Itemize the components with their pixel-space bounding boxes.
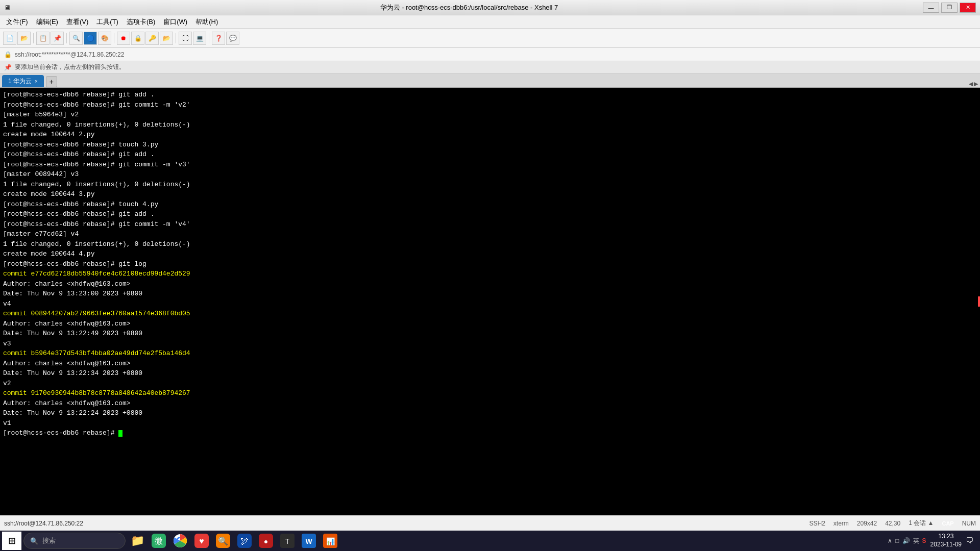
terminal-line: v2 (3, 379, 977, 389)
help-button[interactable]: ❓ (212, 32, 225, 45)
terminal-line: Date: Thu Nov 9 13:22:34 2023 +0800 (3, 368, 977, 379)
terminal-line: 1 file changed, 0 insertions(+), 0 delet… (3, 180, 977, 190)
terminal-line: v1 (3, 418, 977, 429)
terminal-line: [master 0089442] v3 (3, 169, 977, 180)
tray-window-icon[interactable]: □ (895, 537, 899, 544)
terminal[interactable]: [root@hcss-ecs-dbb6 rebase]# git add .[r… (0, 88, 980, 515)
scroll-left-icon[interactable]: ◀ (969, 81, 973, 87)
taskbar-app-file-explorer[interactable]: 📁 (128, 531, 147, 550)
new-button[interactable]: 📄 (3, 32, 16, 45)
terminal-line: [root@hcss-ecs-dbb6 rebase]# touch 3.py (3, 140, 977, 150)
taskbar-app-search[interactable]: 🔍 (213, 531, 233, 550)
tab-bar: 1 华为云 × + ◀ ▶ (0, 73, 980, 88)
taskbar-app-word[interactable]: W (299, 531, 318, 550)
terminal-line: 1 file changed, 0 insertions(+), 0 delet… (3, 239, 977, 249)
status-ssh: ssh://root@124.71.86.250:22 (4, 520, 83, 527)
menu-item-E[interactable]: 编辑(E) (32, 16, 62, 28)
terminal-line: [root@hcss-ecs-dbb6 rebase]# git add . (3, 209, 977, 219)
key-button[interactable]: 🔑 (145, 32, 159, 45)
session-message: 要添加当前会话，点击左侧的箭头按钮。 (15, 63, 125, 71)
status-dimensions: 209x42 (857, 520, 877, 527)
note-icon: 📌 (4, 64, 12, 71)
window-title: 华为云 - root@hcss-ecs-dbb6:/usr/local/src/… (15, 3, 923, 12)
terminal-btn2[interactable]: 💻 (193, 32, 206, 45)
terminal-line: [root@hcss-ecs-dbb6 rebase]# git commit … (3, 160, 977, 170)
taskbar-app-red2[interactable]: ● (256, 531, 276, 550)
taskbar-app-terminal[interactable]: T (278, 531, 297, 550)
menu-item-T[interactable]: 工具(T) (92, 16, 122, 28)
start-button[interactable]: ⊞ (2, 532, 21, 550)
status-sessions: 1 会话 ▲ (909, 519, 934, 528)
taskbar-app-chrome[interactable] (170, 531, 190, 550)
session-button[interactable]: 🔵 (84, 32, 97, 45)
toolbar: 📄 📂 📋 📌 🔍 🔵 🎨 ⏺ 🔒 🔑 📂 ⛶ 💻 ❓ 💬 (0, 29, 980, 48)
status-left: ssh://root@124.71.86.250:22 (4, 520, 83, 527)
tray-clock[interactable]: 13:23 2023-11-09 (930, 533, 962, 548)
terminal-line: Date: Thu Nov 9 13:22:24 2023 +0800 (3, 408, 977, 418)
color-button[interactable]: 🎨 (98, 32, 111, 45)
app-icon: 🖥 (4, 4, 11, 12)
terminal-line: v3 (3, 339, 977, 349)
terminal-line: commit e77cd62718db55940fce4c62108ecd99d… (3, 269, 977, 279)
terminal-line: [root@hcss-ecs-dbb6 rebase]# git add . (3, 149, 977, 160)
tab-huawei[interactable]: 1 华为云 × (2, 75, 44, 87)
tray-volume-icon[interactable]: 🔊 (902, 537, 910, 544)
taskbar-app-bird[interactable]: 🕊 (235, 531, 254, 550)
taskbar: ⊞ 🔍 搜索 📁 微 ♥ 🔍 🕊 ● T W 📊 ∧ □ 🔊 英 S (0, 531, 980, 551)
folder-btn[interactable]: 📂 (160, 32, 173, 45)
minimize-button[interactable]: — (923, 3, 939, 13)
menu-item-H[interactable]: 帮助(H) (191, 16, 222, 28)
tray-security: S (922, 537, 926, 544)
record-button[interactable]: ⏺ (117, 32, 130, 45)
paste-button[interactable]: 📌 (51, 32, 64, 45)
tray-caret-up[interactable]: ∧ (888, 537, 892, 544)
toolbar-separator-3 (114, 33, 114, 43)
scroll-right-icon[interactable]: ▶ (974, 81, 978, 87)
menu-item-B[interactable]: 选项卡(B) (122, 16, 159, 28)
taskbar-app-chart[interactable]: 📊 (321, 531, 340, 550)
tab-label: 1 华为云 (8, 77, 32, 86)
tray-network-en: 英 (913, 537, 919, 545)
toolbar-separator-2 (66, 33, 67, 43)
chat-button[interactable]: 💬 (226, 32, 239, 45)
svg-text:🕊: 🕊 (240, 537, 249, 545)
menu-item-W[interactable]: 窗口(W) (159, 16, 191, 28)
open-button[interactable]: 📂 (17, 32, 31, 45)
notification-icon[interactable]: 🗨 (966, 536, 974, 545)
terminal-line: Date: Thu Nov 9 13:22:49 2023 +0800 (3, 329, 977, 339)
status-right: SSH2 xterm 209x42 42,30 1 会话 ▲ CAP NUM (809, 519, 976, 528)
svg-text:W: W (305, 537, 312, 545)
tab-close-icon[interactable]: × (35, 79, 38, 84)
lock-button[interactable]: 🔒 (131, 32, 144, 45)
svg-text:🔍: 🔍 (218, 536, 228, 546)
search-placeholder: 搜索 (42, 536, 56, 545)
terminal-line: create mode 100644 2.py (3, 130, 977, 140)
title-bar: 🖥 华为云 - root@hcss-ecs-dbb6:/usr/local/sr… (0, 0, 980, 15)
session-info-bar: 📌 要添加当前会话，点击左侧的箭头按钮。 (0, 61, 980, 73)
terminal-line: [master b5964e3] v2 (3, 110, 977, 120)
tray-time-value: 13:23 (930, 533, 962, 541)
terminal-line: [root@hcss-ecs-dbb6 rebase]# git commit … (3, 219, 977, 230)
expand-button[interactable]: ⛶ (179, 32, 192, 45)
taskbar-search[interactable]: 🔍 搜索 (23, 533, 126, 549)
maximize-button[interactable]: ❐ (941, 3, 958, 13)
svg-text:📊: 📊 (326, 537, 335, 546)
zoom-button[interactable]: 🔍 (69, 32, 83, 45)
num-indicator: NUM (962, 520, 976, 527)
terminal-line: Author: charles <xhdfwq@163.com> (3, 319, 977, 329)
taskbar-app-red[interactable]: ♥ (192, 531, 211, 550)
terminal-line: v4 (3, 299, 977, 309)
terminal-line: create mode 100644 3.py (3, 189, 977, 199)
copy-button[interactable]: 📋 (36, 32, 50, 45)
cap-indicator: CAP (942, 520, 953, 527)
tab-scroll-arrows: ◀ ▶ (969, 81, 978, 87)
terminal-line: Author: charles <xhdfwq@163.com> (3, 359, 977, 369)
lock-icon: 🔒 (4, 51, 12, 58)
taskbar-app-wechat[interactable]: 微 (149, 531, 168, 550)
menu-item-F[interactable]: 文件(F) (2, 16, 32, 28)
menu-item-V[interactable]: 查看(V) (62, 16, 92, 28)
close-button[interactable]: ✕ (960, 3, 976, 13)
menu-bar: 文件(F)编辑(E)查看(V)工具(T)选项卡(B)窗口(W)帮助(H) (0, 15, 980, 29)
status-cursor: 42,30 (885, 520, 900, 527)
add-tab-button[interactable]: + (46, 76, 57, 87)
